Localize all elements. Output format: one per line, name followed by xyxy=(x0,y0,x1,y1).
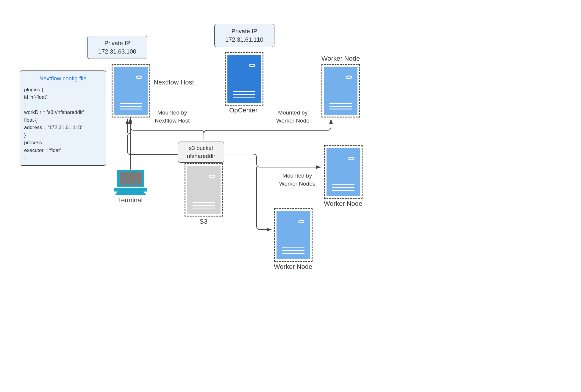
s3-bucket-label: s3 bucket nfshareddir xyxy=(178,142,224,163)
label-worker-1: Worker Node xyxy=(321,55,360,62)
ip-title: Private IP xyxy=(219,27,269,35)
label-opcenter: OpCenter xyxy=(229,106,257,114)
label-s3: S3 xyxy=(199,218,207,225)
label-nextflow-host: Nextflow Host xyxy=(154,79,194,86)
nextflow-config-box: Nextflow config file plugins { id 'nf-fl… xyxy=(20,70,106,166)
server-nextflow-host xyxy=(112,64,150,117)
s3-bucket-l1: s3 bucket xyxy=(182,144,220,152)
s3-bucket-l2: nfshareddir xyxy=(182,152,220,160)
terminal-icon xyxy=(114,169,147,197)
config-body: plugins { id 'nf-float'}workDir = 's3://… xyxy=(24,86,102,162)
ip-addr: 172.31.63.100 xyxy=(92,47,142,56)
config-line: } xyxy=(24,154,102,162)
server-led-icon xyxy=(298,220,304,223)
svg-rect-2 xyxy=(120,172,142,185)
server-led-icon xyxy=(136,76,142,79)
config-line: workDir = 's3://nfshareddir' xyxy=(24,109,102,116)
server-worker-1 xyxy=(321,64,360,117)
mount-workers: Mounted by Worker Nodes xyxy=(279,172,315,188)
ip-label-nextflow: Private IP 172.31.63.100 xyxy=(87,36,147,59)
server-worker-2 xyxy=(324,145,363,199)
ip-addr: 172.31.61.110 xyxy=(219,35,269,44)
server-opcenter xyxy=(225,52,263,106)
mount-worker: Mounted by Worker Node xyxy=(276,109,310,125)
ip-title: Private IP xyxy=(92,39,142,47)
config-line: executor = 'float' xyxy=(24,147,102,154)
config-line: } xyxy=(24,131,102,139)
architecture-diagram: Private IP 172.31.63.100 Private IP 172.… xyxy=(6,6,409,278)
config-line: address = '172.31.61.110' xyxy=(24,124,102,131)
label-worker-2: Worker Node xyxy=(324,200,362,208)
server-worker-3 xyxy=(274,208,313,262)
server-vents-icon xyxy=(282,246,304,254)
ip-label-opcenter: Private IP 172.31.61.110 xyxy=(214,24,274,47)
server-led-icon xyxy=(348,157,354,160)
config-line: } xyxy=(24,101,102,109)
server-vents-icon xyxy=(233,90,255,98)
server-led-icon xyxy=(249,64,255,67)
server-vents-icon xyxy=(193,200,215,208)
label-worker-3: Worker Node xyxy=(274,263,312,271)
config-line: float { xyxy=(24,116,102,124)
server-vents-icon xyxy=(120,101,142,109)
server-led-icon xyxy=(209,175,215,178)
config-line: id 'nf-float' xyxy=(24,93,102,101)
config-title: Nextflow config file xyxy=(24,74,102,83)
mount-nextflow: Mounted by Nextflow Host xyxy=(155,109,190,125)
config-line: plugins { xyxy=(24,86,102,94)
label-terminal: Terminal xyxy=(118,196,143,204)
config-line: process { xyxy=(24,139,102,147)
svg-rect-3 xyxy=(114,188,147,192)
server-vents-icon xyxy=(332,183,354,191)
server-s3 xyxy=(185,163,223,217)
server-vents-icon xyxy=(329,101,352,109)
server-led-icon xyxy=(346,76,352,79)
